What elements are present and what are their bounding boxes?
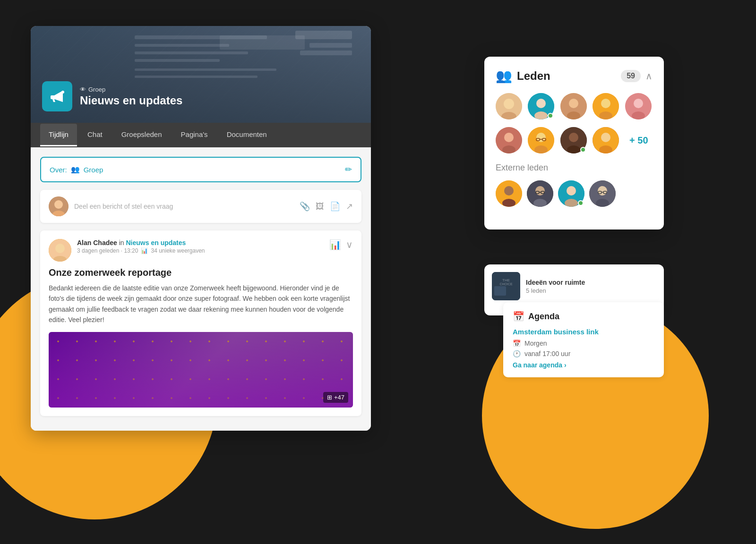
svg-point-17 <box>601 99 610 108</box>
svg-point-11 <box>536 99 546 108</box>
member-avatar-3[interactable] <box>560 93 587 119</box>
svg-point-14 <box>569 99 578 108</box>
sidebar-group-image: THE CHOICE <box>492 272 520 300</box>
members-title-group: 👥 Leden <box>496 68 550 84</box>
face-svg-3 <box>560 93 587 119</box>
svg-text:CHOICE: CHOICE <box>499 282 513 286</box>
post-image: ⊞ +47 <box>49 332 353 408</box>
member-face-6 <box>496 127 522 153</box>
member-avatar-1[interactable] <box>496 93 522 119</box>
image-icon[interactable]: 🖼 <box>316 202 324 212</box>
post-body: Bedankt iedereen die de laatste editie v… <box>49 283 353 325</box>
main-card: 👁 Groep Nieuws en updates Tijdlijn Chat … <box>31 26 371 431</box>
tab-tijdlijn[interactable]: Tijdlijn <box>40 124 77 146</box>
members-row-2: + 50 <box>496 127 653 153</box>
tab-documenten[interactable]: Documenten <box>218 124 275 146</box>
send-icon[interactable]: ↗ <box>346 201 353 212</box>
member-avatar-8[interactable] <box>560 127 587 153</box>
post-user-face <box>49 239 71 262</box>
tab-groepsleden[interactable]: Groepsleden <box>113 124 171 146</box>
face-svg-9 <box>593 127 619 153</box>
member-avatar-7[interactable] <box>528 127 554 153</box>
post-title: Onze zomerweek reportage <box>49 267 353 278</box>
agenda-time-text: vanaf 17:00 uur <box>524 350 570 357</box>
tab-paginas[interactable]: Pagina's <box>172 124 216 146</box>
agenda-time: 🕐 vanaf 17:00 uur <box>513 350 654 357</box>
external-members-grid <box>496 180 653 207</box>
member-avatar-4[interactable] <box>593 93 619 119</box>
post-time: 3 dagen geleden · 13:20 <box>77 247 138 254</box>
members-header-right: 59 ∧ <box>621 70 653 82</box>
doc-icon[interactable]: 📄 <box>330 201 340 212</box>
post-group-link[interactable]: Nieuws en updates <box>126 239 186 246</box>
sidebar-group-members: 5 leden <box>526 287 656 294</box>
svg-point-8 <box>504 99 514 109</box>
agenda-day: 📅 Morgen <box>513 340 654 347</box>
svg-point-35 <box>601 133 610 142</box>
hero-group-label-text: Groep <box>88 86 105 93</box>
agenda-event-name[interactable]: Amsterdam business link <box>513 328 654 336</box>
post-user-avatar <box>49 239 71 262</box>
hero-group-label: 👁 Groep <box>80 86 182 93</box>
members-avatar-grid <box>496 93 653 119</box>
hero-banner: 👁 Groep Nieuws en updates <box>31 26 371 123</box>
post-input-placeholder[interactable]: Deel een bericht of stel een vraag <box>74 203 294 210</box>
sidebar-group-item[interactable]: THE CHOICE Ideeën voor ruimte 5 leden <box>492 272 656 300</box>
svg-point-38 <box>504 186 514 196</box>
eye-icon: 👁 <box>80 86 86 93</box>
svg-point-47 <box>567 186 576 196</box>
members-title: Leden <box>517 69 550 83</box>
post-user-name: Alan Chadee in Nieuws en updates <box>77 239 324 246</box>
member-avatar-5[interactable] <box>625 93 652 119</box>
megaphone-icon <box>49 88 66 105</box>
members-panel: 👥 Leden 59 ∧ <box>484 57 664 230</box>
sidebar-group-name: Ideeën voor ruimte <box>526 279 656 286</box>
svg-point-32 <box>569 133 578 142</box>
member-face-4 <box>593 93 619 119</box>
calendar-small-icon: 📅 <box>513 340 521 347</box>
svg-point-41 <box>535 186 545 196</box>
member-avatar-2[interactable] <box>528 93 554 119</box>
external-face-4 <box>589 180 616 207</box>
clock-icon: 🕐 <box>513 350 521 357</box>
post-user-info: Alan Chadee in Nieuws en updates 3 dagen… <box>77 239 324 254</box>
tab-chat[interactable]: Chat <box>79 124 111 146</box>
stats-icon[interactable]: 📊 <box>329 239 341 250</box>
member-avatar-6[interactable] <box>496 127 522 153</box>
hero-icon-box <box>42 81 72 111</box>
group-icon-about: 👥 <box>71 165 80 174</box>
external-avatar-2[interactable] <box>527 180 553 207</box>
members-collapse-button[interactable]: ∧ <box>645 70 653 82</box>
external-avatar-1[interactable] <box>496 180 522 207</box>
current-user-face <box>49 196 69 216</box>
image-overlay <box>49 332 353 408</box>
face-svg-7 <box>528 127 554 153</box>
agenda-title: Agenda <box>528 312 559 322</box>
face-svg-4 <box>593 93 619 119</box>
agenda-link[interactable]: Ga naar agenda › <box>513 361 654 369</box>
agenda-link-text: Ga naar agenda <box>513 361 562 369</box>
svg-point-0 <box>61 91 64 94</box>
external-avatar-4[interactable] <box>589 180 616 207</box>
external-face-1 <box>496 180 522 207</box>
edit-icon[interactable]: ✏ <box>345 164 352 175</box>
svg-point-5 <box>55 244 65 253</box>
hero-content: 👁 Groep Nieuws en updates <box>42 81 182 111</box>
expand-icon[interactable]: ∨ <box>346 239 353 250</box>
svg-point-23 <box>504 133 514 142</box>
member-face-3 <box>560 93 587 119</box>
feed-post: Alan Chadee in Nieuws en updates 3 dagen… <box>40 230 361 416</box>
svg-point-20 <box>634 99 643 108</box>
face-svg-1 <box>496 93 522 119</box>
online-indicator-2 <box>548 113 553 119</box>
plus-more-members[interactable]: + 50 <box>625 135 653 146</box>
sidebar-group-info: Ideeën voor ruimte 5 leden <box>526 279 656 294</box>
member-avatar-9[interactable] <box>593 127 619 153</box>
group-about-box[interactable]: Over: 👥 Groep ✏ <box>40 157 361 182</box>
members-group-icon: 👥 <box>496 68 512 84</box>
attach-file-icon[interactable]: 📎 <box>300 201 310 212</box>
post-views: 34 unieke weergaven <box>151 247 205 254</box>
external-avatar-3[interactable] <box>558 180 584 207</box>
members-count-badge: 59 <box>621 70 641 82</box>
external-face-svg-2 <box>527 180 553 207</box>
